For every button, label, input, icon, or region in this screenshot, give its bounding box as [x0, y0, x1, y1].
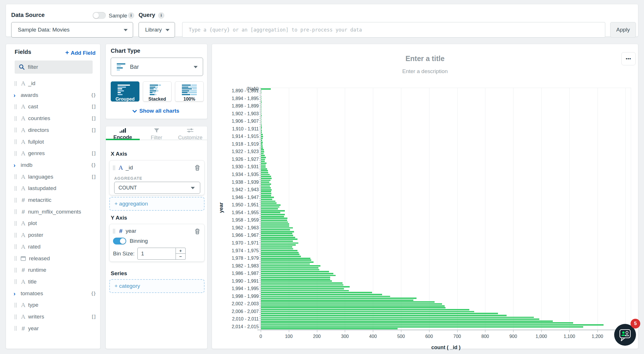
- chart-subtype-grouped[interactable]: Grouped: [111, 81, 139, 101]
- drag-handle-icon[interactable]: [15, 314, 17, 319]
- field-row-type[interactable]: Atype: [6, 299, 101, 311]
- field-row-plot[interactable]: Aplot: [6, 218, 101, 229]
- drag-handle-icon[interactable]: [15, 186, 17, 191]
- y-axis-field[interactable]: # year: [113, 228, 136, 234]
- field-row-languages[interactable]: Alanguages[]: [6, 171, 101, 183]
- field-row-title[interactable]: Atitle: [6, 276, 101, 287]
- bar: [261, 195, 271, 196]
- expand-chevron-icon[interactable]: ›: [13, 93, 17, 97]
- field-row-directors[interactable]: Adirectors[]: [6, 124, 101, 136]
- y-tick-label: 1,958 - 1,959: [213, 218, 259, 223]
- field-row-fullplot[interactable]: Afullplot: [6, 136, 101, 148]
- drag-handle-icon[interactable]: [15, 256, 17, 261]
- field-row-tomatoes[interactable]: ›tomatoes{}: [6, 288, 101, 299]
- data-source-select[interactable]: Sample Data: Movies: [11, 22, 133, 38]
- field-row-year[interactable]: #year: [6, 323, 101, 334]
- x-tick: [513, 330, 513, 332]
- gridline: [625, 88, 626, 330]
- drag-handle-icon[interactable]: [15, 174, 17, 179]
- stepper-decrement-button[interactable]: −: [176, 254, 186, 260]
- binning-toggle[interactable]: [113, 238, 126, 245]
- field-row-metacritic[interactable]: #metacritic: [6, 194, 101, 206]
- library-select[interactable]: Library: [139, 22, 175, 38]
- x-axis-field[interactable]: A _id: [113, 164, 133, 171]
- field-row-poster[interactable]: Aposter: [6, 229, 101, 241]
- trash-icon[interactable]: [194, 165, 200, 171]
- add-category-button[interactable]: + category: [109, 279, 205, 293]
- drag-handle-icon[interactable]: [15, 279, 17, 284]
- gridline: [485, 88, 485, 330]
- expand-chevron-icon[interactable]: ›: [13, 291, 17, 296]
- chart-title-placeholder[interactable]: Enter a title: [212, 54, 638, 63]
- add-aggregation-button[interactable]: + aggregation: [109, 197, 205, 211]
- field-row-runtime[interactable]: #runtime: [6, 264, 101, 276]
- chart-type-select[interactable]: Bar: [111, 58, 203, 76]
- field-row-num_mflix_comments[interactable]: #num_mflix_comments: [6, 206, 101, 218]
- field-name: tomatoes: [21, 290, 43, 297]
- field-name: writers: [28, 314, 44, 320]
- bar: [261, 261, 314, 263]
- field-row-imdb[interactable]: ›imdb{}: [6, 159, 101, 171]
- add-field-button[interactable]: +Add Field: [65, 49, 96, 56]
- drag-handle-icon[interactable]: [15, 81, 17, 86]
- y-tick: [259, 103, 261, 103]
- aggregate-select[interactable]: COUNT: [114, 182, 200, 194]
- drag-handle-icon[interactable]: [15, 139, 17, 144]
- field-row-cast[interactable]: Acast[]: [6, 101, 101, 112]
- tab-encode[interactable]: Encode: [106, 126, 140, 140]
- chart-description-placeholder[interactable]: Enter a description: [212, 68, 638, 75]
- y-tick-label: 1,990 - 1,991: [213, 279, 259, 284]
- query-input[interactable]: [182, 22, 605, 38]
- drag-handle-icon[interactable]: [15, 244, 17, 249]
- y-tick-label: 1,954 - 1,955: [213, 210, 259, 215]
- drag-handle-icon[interactable]: [15, 326, 17, 331]
- sample-toggle[interactable]: [93, 12, 106, 19]
- drag-handle-icon[interactable]: [15, 233, 17, 238]
- drag-handle-icon[interactable]: [113, 229, 116, 234]
- expand-chevron-icon[interactable]: ›: [13, 163, 17, 167]
- drag-handle-icon[interactable]: [15, 303, 17, 308]
- stepper-increment-button[interactable]: +: [176, 248, 186, 254]
- y-tick: [259, 290, 261, 290]
- field-row-writers[interactable]: Awriters[]: [6, 311, 101, 322]
- y-tick: [259, 174, 261, 174]
- bar: [261, 185, 270, 187]
- y-tick: [259, 263, 261, 263]
- bar: [261, 90, 261, 92]
- field-filter-input[interactable]: [28, 64, 85, 70]
- drag-handle-icon[interactable]: [15, 128, 17, 132]
- field-row-genres[interactable]: Agenres[]: [6, 148, 101, 159]
- bin-size-input[interactable]: [137, 248, 176, 260]
- drag-handle-icon[interactable]: [15, 221, 17, 226]
- field-filter-box[interactable]: [15, 60, 93, 74]
- field-row-countries[interactable]: Acountries[]: [6, 113, 101, 124]
- bar: [261, 328, 398, 329]
- sample-info-icon[interactable]: i: [128, 12, 134, 19]
- drag-handle-icon[interactable]: [15, 209, 17, 214]
- bar: [261, 298, 417, 299]
- field-row-_id[interactable]: A_id: [6, 78, 101, 89]
- tab-filter[interactable]: Filter: [140, 126, 174, 140]
- field-row-awards[interactable]: ›awards{}: [6, 89, 101, 101]
- tab-customize[interactable]: Customize: [173, 126, 207, 140]
- gridline: [541, 88, 542, 330]
- chart-menu-button[interactable]: •••: [621, 52, 636, 65]
- apply-button[interactable]: Apply: [610, 22, 636, 38]
- chart-subtype-stacked[interactable]: Stacked: [143, 81, 172, 101]
- field-row-lastupdated[interactable]: Alastupdated: [6, 183, 101, 194]
- chart-subtype-100pct[interactable]: 100%: [175, 81, 204, 101]
- drag-handle-icon[interactable]: [15, 198, 17, 203]
- drag-handle-icon[interactable]: [15, 104, 17, 109]
- drag-handle-icon[interactable]: [15, 268, 17, 273]
- show-all-charts-link[interactable]: Show all charts: [106, 108, 207, 114]
- field-row-released[interactable]: released: [6, 253, 101, 264]
- x-axis-field-name: _id: [126, 165, 133, 171]
- drag-handle-icon[interactable]: [15, 151, 17, 156]
- field-row-rated[interactable]: Arated: [6, 241, 101, 253]
- drag-handle-icon[interactable]: [15, 116, 17, 121]
- trash-icon[interactable]: [194, 228, 200, 234]
- drag-handle-icon[interactable]: [113, 165, 116, 170]
- bar: [261, 101, 262, 103]
- query-info-icon[interactable]: i: [158, 12, 164, 19]
- x-tick: [373, 330, 373, 332]
